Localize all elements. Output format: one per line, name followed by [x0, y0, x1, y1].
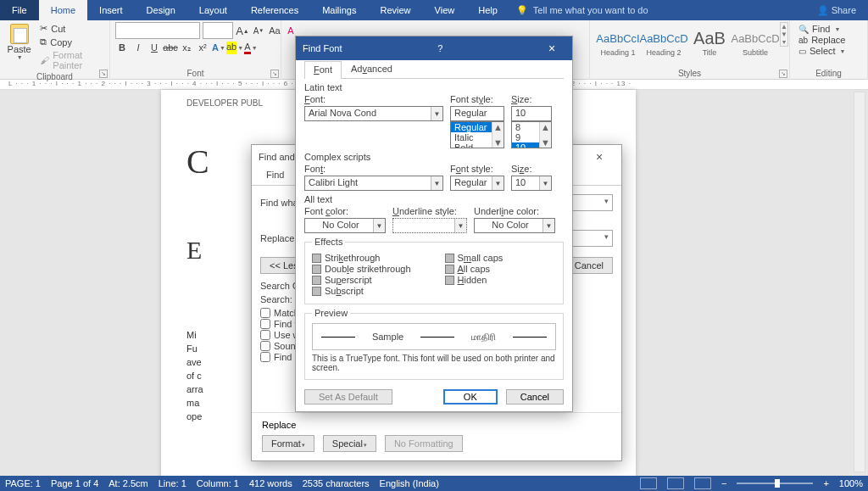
- style-title[interactable]: AaBTitle: [687, 22, 732, 63]
- font-tab[interactable]: Font: [304, 61, 342, 79]
- chevron-down-icon[interactable]: ▼: [431, 107, 442, 120]
- read-mode-button[interactable]: [640, 477, 657, 489]
- style-listbox[interactable]: Regular Italic Bold ▲▼: [450, 121, 504, 148]
- close-icon[interactable]: ×: [538, 42, 565, 55]
- mailings-tab[interactable]: Mailings: [310, 0, 368, 20]
- underline-style-combo[interactable]: ▼: [392, 218, 467, 233]
- dialog-launcher-icon[interactable]: ↘: [99, 70, 108, 78]
- latin-size-combo[interactable]: 10: [511, 106, 552, 121]
- print-layout-button[interactable]: [667, 477, 684, 489]
- subscript-checkbox[interactable]: Subscript: [312, 286, 411, 296]
- find-tab[interactable]: Find: [257, 167, 293, 185]
- superscript-checkbox[interactable]: Superscript: [312, 275, 411, 285]
- layout-tab[interactable]: Layout: [187, 0, 239, 20]
- small-caps-checkbox[interactable]: Small caps: [445, 253, 504, 263]
- styles-gallery[interactable]: AaBbCcIHeading 1 AaBbCcDHeading 2 AaBTit…: [595, 22, 778, 63]
- chevron-down-icon[interactable]: ▼: [542, 219, 554, 232]
- help-icon[interactable]: ?: [430, 43, 450, 53]
- underline-button[interactable]: U: [147, 41, 161, 54]
- shrink-font-button[interactable]: A▼: [252, 24, 265, 37]
- share-button[interactable]: 👤 Share: [817, 5, 856, 16]
- chevron-down-icon[interactable]: ▼: [454, 219, 466, 232]
- hidden-checkbox[interactable]: Hidden: [445, 275, 504, 285]
- complex-style-combo[interactable]: Regular▼: [450, 176, 504, 191]
- view-tab[interactable]: View: [423, 0, 467, 20]
- no-formatting-button[interactable]: No Formatting: [385, 435, 463, 452]
- chevron-down-icon[interactable]: ▼: [492, 176, 504, 190]
- set-default-button[interactable]: Set As Default: [304, 389, 392, 405]
- format-button[interactable]: Format▾: [262, 435, 314, 452]
- status-at[interactable]: At: 2.5cm: [108, 478, 147, 488]
- listbox-scrollbar[interactable]: ▲▼: [492, 122, 504, 148]
- complex-size-combo[interactable]: 10▼: [511, 176, 552, 191]
- insert-tab[interactable]: Insert: [87, 0, 135, 20]
- double-strike-checkbox[interactable]: Double strikethrough: [312, 264, 411, 274]
- dialog-launcher-icon[interactable]: ↘: [270, 70, 279, 78]
- zoom-level[interactable]: 100%: [839, 478, 863, 488]
- status-chars[interactable]: 2535 characters: [303, 478, 370, 488]
- size-listbox[interactable]: 8 9 10 ▲▼: [511, 121, 552, 148]
- status-words[interactable]: 412 words: [249, 478, 292, 488]
- close-icon[interactable]: ×: [584, 150, 615, 164]
- combo-value: Calibri Light: [309, 177, 358, 187]
- ok-button[interactable]: OK: [443, 389, 498, 405]
- latin-font-combo[interactable]: Arial Nova Cond▼: [304, 106, 443, 121]
- status-page[interactable]: PAGE: 1: [5, 478, 41, 488]
- chevron-down-icon[interactable]: ▼: [373, 219, 385, 232]
- zoom-in-icon[interactable]: +: [823, 478, 828, 488]
- copy-button[interactable]: ⧉Copy: [36, 36, 104, 48]
- tell-me-search[interactable]: 💡 Tell me what you want to do: [516, 5, 648, 16]
- dialog-launcher-icon[interactable]: ↘: [779, 70, 787, 78]
- chevron-down-icon[interactable]: ▼: [431, 176, 442, 190]
- complex-font-combo[interactable]: Calibri Light▼: [304, 176, 443, 191]
- find-button[interactable]: 🔍Find▼: [795, 24, 849, 34]
- font-color-combo[interactable]: No Color▼: [304, 218, 386, 233]
- text-effects-button[interactable]: A▼: [212, 41, 225, 54]
- styles-more-button[interactable]: ▲ ▼ ▾: [780, 22, 788, 47]
- grow-font-button[interactable]: A▲: [236, 24, 249, 37]
- vertical-scrollbar[interactable]: [854, 92, 865, 472]
- file-tab[interactable]: File: [0, 0, 39, 20]
- latin-style-combo[interactable]: Regular: [450, 106, 504, 121]
- all-caps-checkbox[interactable]: All caps: [445, 264, 504, 274]
- zoom-out-icon[interactable]: −: [721, 478, 726, 488]
- strikethrough-checkbox[interactable]: Strikethrough: [312, 253, 411, 263]
- help-tab[interactable]: Help: [466, 0, 509, 20]
- strikethrough-button[interactable]: abc: [164, 41, 177, 54]
- paste-button[interactable]: Paste ▼: [5, 22, 33, 60]
- underline-color-combo[interactable]: No Color▼: [474, 218, 555, 233]
- highlight-button[interactable]: ab▼: [228, 41, 242, 54]
- font-name-select[interactable]: [115, 22, 200, 39]
- special-button[interactable]: Special▾: [323, 435, 376, 452]
- advanced-tab[interactable]: Advanced: [342, 60, 402, 78]
- review-tab[interactable]: Review: [369, 0, 423, 20]
- font-size-select[interactable]: [203, 22, 233, 39]
- format-painter-button[interactable]: 🖌Format Painter: [36, 49, 104, 71]
- font-color-button[interactable]: A▼: [244, 41, 258, 54]
- listbox-scrollbar[interactable]: ▲▼: [539, 122, 551, 148]
- home-tab[interactable]: Home: [39, 0, 87, 20]
- bold-button[interactable]: B: [115, 41, 129, 54]
- dialog-titlebar[interactable]: Find Font ? ×: [296, 36, 572, 60]
- style-subtitle[interactable]: AaBbCcDSubtitle: [732, 22, 778, 63]
- chevron-down-icon[interactable]: ▼: [539, 176, 551, 190]
- status-lang[interactable]: English (India): [380, 478, 439, 488]
- design-tab[interactable]: Design: [135, 0, 187, 20]
- web-layout-button[interactable]: [694, 477, 711, 489]
- references-tab[interactable]: References: [239, 0, 310, 20]
- italic-button[interactable]: I: [131, 41, 145, 54]
- status-column[interactable]: Column: 1: [197, 478, 239, 488]
- replace-button[interactable]: abReplace: [795, 35, 849, 45]
- cancel-button[interactable]: Cancel: [506, 389, 564, 405]
- zoom-slider[interactable]: [737, 483, 813, 484]
- style-heading1[interactable]: AaBbCcIHeading 1: [595, 22, 641, 63]
- style-heading2[interactable]: AaBbCcDHeading 2: [641, 22, 687, 63]
- change-case-button[interactable]: Aa: [268, 24, 281, 37]
- status-line[interactable]: Line: 1: [159, 478, 186, 488]
- subscript-button[interactable]: x₂: [180, 41, 193, 54]
- zoom-thumb[interactable]: [775, 479, 780, 488]
- status-page-of[interactable]: Page 1 of 4: [51, 478, 98, 488]
- superscript-button[interactable]: x²: [196, 41, 209, 54]
- select-button[interactable]: ▭Select▼: [795, 46, 849, 56]
- cut-button[interactable]: ✂Cut: [36, 22, 104, 35]
